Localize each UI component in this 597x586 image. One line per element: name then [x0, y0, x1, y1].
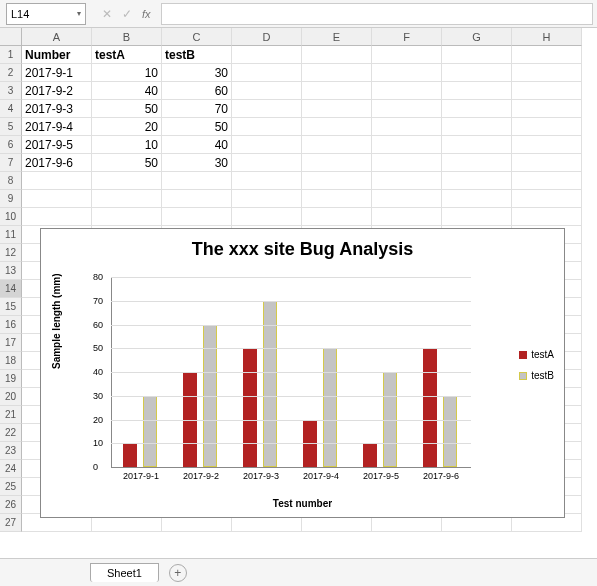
cell[interactable]: [442, 172, 512, 190]
cell[interactable]: [22, 208, 92, 226]
row-header[interactable]: 1: [0, 46, 22, 64]
cell[interactable]: 50: [162, 118, 232, 136]
cell[interactable]: [512, 190, 582, 208]
row-header[interactable]: 6: [0, 136, 22, 154]
cell[interactable]: [302, 136, 372, 154]
cell[interactable]: 2017-9-2: [22, 82, 92, 100]
column-header[interactable]: B: [92, 28, 162, 46]
row-header[interactable]: 24: [0, 460, 22, 478]
column-header[interactable]: E: [302, 28, 372, 46]
cell[interactable]: 2017-9-1: [22, 64, 92, 82]
cell[interactable]: [512, 64, 582, 82]
column-header[interactable]: C: [162, 28, 232, 46]
cell[interactable]: 30: [162, 154, 232, 172]
cell[interactable]: [442, 46, 512, 64]
cell[interactable]: [512, 208, 582, 226]
cell[interactable]: [512, 154, 582, 172]
cell[interactable]: [372, 64, 442, 82]
cell[interactable]: [302, 100, 372, 118]
row-header[interactable]: 25: [0, 478, 22, 496]
cell[interactable]: 2017-9-5: [22, 136, 92, 154]
cell[interactable]: 20: [92, 118, 162, 136]
cell[interactable]: [512, 118, 582, 136]
cell[interactable]: [512, 46, 582, 64]
cell[interactable]: [162, 208, 232, 226]
select-all-corner[interactable]: [0, 28, 22, 46]
embedded-chart[interactable]: The xxx site Bug Analysis Sample length …: [40, 228, 565, 518]
cell[interactable]: [162, 172, 232, 190]
cell[interactable]: [372, 118, 442, 136]
chevron-down-icon[interactable]: ▾: [77, 9, 81, 18]
cell[interactable]: [232, 154, 302, 172]
column-header[interactable]: H: [512, 28, 582, 46]
cell[interactable]: [442, 136, 512, 154]
cell[interactable]: [302, 46, 372, 64]
cell[interactable]: [232, 46, 302, 64]
cell[interactable]: [22, 172, 92, 190]
cancel-icon[interactable]: ✕: [102, 7, 112, 21]
cell[interactable]: testA: [92, 46, 162, 64]
cell[interactable]: [302, 154, 372, 172]
cell[interactable]: [512, 172, 582, 190]
row-header[interactable]: 15: [0, 298, 22, 316]
row-header[interactable]: 22: [0, 424, 22, 442]
row-header[interactable]: 13: [0, 262, 22, 280]
cell[interactable]: 2017-9-6: [22, 154, 92, 172]
spreadsheet-grid[interactable]: ABCDEFGH 1NumbertestAtestB22017-9-110303…: [0, 28, 597, 558]
cell[interactable]: [512, 100, 582, 118]
cell[interactable]: [302, 118, 372, 136]
cell[interactable]: 70: [162, 100, 232, 118]
cell[interactable]: 10: [92, 64, 162, 82]
row-header[interactable]: 26: [0, 496, 22, 514]
cell[interactable]: [302, 190, 372, 208]
cell[interactable]: [302, 64, 372, 82]
row-header[interactable]: 11: [0, 226, 22, 244]
row-header[interactable]: 4: [0, 100, 22, 118]
enter-icon[interactable]: ✓: [122, 7, 132, 21]
row-header[interactable]: 19: [0, 370, 22, 388]
cell[interactable]: [232, 100, 302, 118]
row-header[interactable]: 10: [0, 208, 22, 226]
column-header[interactable]: F: [372, 28, 442, 46]
cell[interactable]: [232, 82, 302, 100]
cell[interactable]: [442, 100, 512, 118]
row-header[interactable]: 23: [0, 442, 22, 460]
cell[interactable]: testB: [162, 46, 232, 64]
column-header[interactable]: A: [22, 28, 92, 46]
cell[interactable]: [92, 208, 162, 226]
cell[interactable]: [372, 46, 442, 64]
row-header[interactable]: 20: [0, 388, 22, 406]
cell[interactable]: [162, 190, 232, 208]
cell[interactable]: [92, 190, 162, 208]
cell[interactable]: [372, 190, 442, 208]
cell[interactable]: [372, 208, 442, 226]
row-header[interactable]: 2: [0, 64, 22, 82]
row-header[interactable]: 27: [0, 514, 22, 532]
row-header[interactable]: 5: [0, 118, 22, 136]
cell[interactable]: [442, 208, 512, 226]
add-sheet-button[interactable]: +: [169, 564, 187, 582]
fx-label[interactable]: fx: [142, 8, 151, 20]
cell[interactable]: [372, 136, 442, 154]
column-header[interactable]: D: [232, 28, 302, 46]
cell[interactable]: [442, 82, 512, 100]
cell[interactable]: [442, 64, 512, 82]
cell[interactable]: [232, 136, 302, 154]
cell[interactable]: Number: [22, 46, 92, 64]
cell[interactable]: [22, 190, 92, 208]
cell[interactable]: 50: [92, 154, 162, 172]
cell[interactable]: [372, 82, 442, 100]
cell[interactable]: 10: [92, 136, 162, 154]
row-header[interactable]: 7: [0, 154, 22, 172]
row-header[interactable]: 16: [0, 316, 22, 334]
cell[interactable]: [302, 172, 372, 190]
cell[interactable]: 30: [162, 64, 232, 82]
cell[interactable]: [372, 154, 442, 172]
cell[interactable]: [442, 118, 512, 136]
name-box[interactable]: L14 ▾: [6, 3, 86, 25]
cell[interactable]: 60: [162, 82, 232, 100]
cell[interactable]: [442, 190, 512, 208]
cell[interactable]: [442, 154, 512, 172]
column-header[interactable]: G: [442, 28, 512, 46]
row-header[interactable]: 17: [0, 334, 22, 352]
